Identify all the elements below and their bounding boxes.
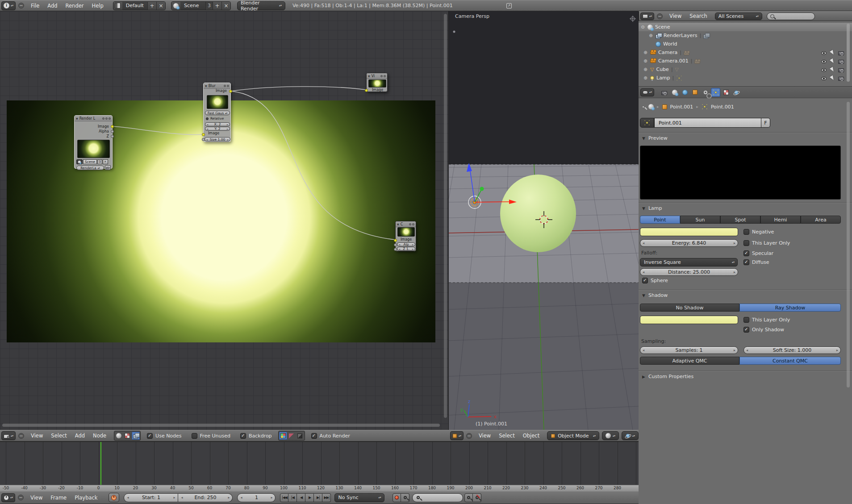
expand-icon[interactable]: ⊕ [643,75,648,80]
jump-to-start-button[interactable]: |◀◀ [280,493,288,502]
use-nodes-checkbox[interactable] [147,433,153,439]
outliner-tree[interactable]: ⊖ Scene ⊕ RenderLayers | World ⊕ Camera … [639,21,852,86]
screen-layout-name[interactable]: Default [122,3,147,8]
delete-scene-button[interactable]: × [221,1,230,10]
node-header[interactable]: ▼C [396,221,416,227]
tab-scene[interactable] [670,88,679,97]
menu-select[interactable]: Select [47,433,71,439]
current-frame-field[interactable]: ◂1▸ [237,493,276,502]
lamp-type-sun-button[interactable]: Sun [680,216,720,224]
socket-image-output[interactable] [111,125,114,128]
node-blur[interactable]: ▼Blur Image Fast Gaus▴▾ Relative ◂X: 2▸ … [203,83,231,142]
blur-x-field[interactable]: ◂X: 2▸ [205,122,230,126]
compositing-nodes-icon[interactable] [132,432,140,440]
visibility-eye-icon[interactable] [821,68,827,72]
scene-users-count[interactable]: 3 [205,1,213,10]
menu-select[interactable]: Select [495,433,518,439]
collapse-icon[interactable]: ▼ [397,223,399,226]
only-shadow-checkbox[interactable] [743,327,749,333]
expand-icon[interactable]: ⊕ [648,33,653,38]
panel-collapse-icon[interactable]: ▶ [642,375,645,379]
node-header[interactable]: ▼Render L [75,116,112,121]
viewport-shading-dropdown[interactable]: ▴▾ [602,431,619,440]
z-field[interactable]: ◂Z 1.▸ [397,247,415,251]
selectable-cursor-icon[interactable] [830,50,835,55]
backdrop-color-icon[interactable] [288,432,296,440]
menu-view[interactable]: View [26,495,46,501]
menu-node[interactable]: Node [89,433,110,439]
soft-size-slider[interactable]: ◂Soft Size: 1.000▸ [743,346,841,354]
menu-help[interactable]: Help [88,3,108,9]
keying-set-field[interactable] [412,493,463,502]
socket-image-input[interactable] [365,89,368,92]
auto-render-checkbox[interactable] [311,433,317,439]
preview-range-toggle[interactable] [109,493,119,502]
menu-view[interactable]: View [475,433,495,439]
menu-playback[interactable]: Playback [71,495,101,501]
renderable-camera-icon[interactable] [838,77,844,81]
collapse-menus-button[interactable]: − [18,3,24,8]
insert-keyframe-button[interactable] [464,493,473,502]
collapse-icon[interactable]: ▼ [76,117,78,120]
socket-image-input[interactable] [202,133,205,136]
collapse-icon[interactable]: ⊖ [640,25,645,29]
alpha-field[interactable]: ◂Alp▸ [397,242,415,246]
sync-dropdown[interactable]: No Sync▴▾ [334,493,384,502]
tab-object-data[interactable] [711,88,720,97]
selectable-cursor-icon[interactable] [830,58,835,64]
shadow-color-swatch[interactable] [640,316,738,324]
menu-file[interactable]: File [27,3,43,9]
socket-z-output[interactable] [111,135,114,138]
viewport-3d[interactable]: x y z Camera Persp (1) Point.001 [449,11,639,430]
node-header[interactable]: ▼Blur [204,83,230,89]
node-viewer[interactable]: ▼Vi Image [366,73,388,92]
backdrop-checkbox[interactable] [240,433,246,439]
backdrop-rgba-icon[interactable] [279,432,287,440]
panel-header-preview[interactable]: ▼Preview [642,135,668,141]
texture-nodes-icon[interactable] [123,432,131,440]
add-scene-button[interactable]: + [213,1,221,10]
menu-view[interactable]: View [665,13,685,19]
panel-collapse-icon[interactable]: ▼ [642,206,645,211]
panel-collapse-icon[interactable]: ▼ [642,136,645,141]
play-button[interactable]: ▶ [305,493,314,502]
samples-slider[interactable]: ◂Samples: 1▸ [640,346,738,354]
panel-header-custom-properties[interactable]: ▶Custom Properties [642,374,693,379]
scrollbar-vertical[interactable] [444,14,447,418]
node-composite[interactable]: ▼C Image ◂Alp▸ ◂Z 1.▸ [395,221,416,251]
collapse-icon[interactable]: ▼ [205,84,207,87]
editor-type-selector[interactable]: ▴▾ [640,88,654,96]
menu-render[interactable]: Render [62,3,88,9]
socket-image-input[interactable] [394,239,397,242]
socket-z-input[interactable] [394,248,397,251]
end-frame-field[interactable]: ◂End: 250▸ [178,493,233,502]
socket-size-input[interactable] [202,138,205,141]
delete-keyframe-button[interactable] [473,493,481,502]
collapse-menus-button[interactable]: − [657,13,663,19]
visibility-eye-icon[interactable] [821,77,827,80]
next-keyframe-button[interactable]: ▶| [314,493,322,502]
shadow-this-layer-only-checkbox[interactable] [743,317,749,323]
menu-search[interactable]: Search [685,13,711,19]
close-icon[interactable]: × [103,159,108,164]
lamp-type-spot-button[interactable]: Spot [720,216,760,224]
scrollbar-vertical[interactable] [847,24,850,82]
renderable-camera-icon[interactable] [838,68,844,72]
tab-physics[interactable] [731,88,741,97]
negative-checkbox[interactable] [743,229,749,235]
window-icon[interactable]: ↗ [506,3,512,8]
item-label[interactable]: Camera [658,50,677,55]
mode-dropdown[interactable]: Object Mode▴▾ [547,431,599,440]
menu-object[interactable]: Object [519,433,543,439]
node-editor[interactable]: ▼Render L Image Alpha Z Scene 3 × Render… [0,11,449,430]
outliner-item-world[interactable]: World [639,40,852,48]
timeline-tracks[interactable] [0,442,639,485]
sphere-object[interactable] [500,175,576,252]
timeline-ruler[interactable]: -50-40-30-20-100102030405060708090100110… [0,485,639,491]
adaptive-qmc-button[interactable]: Adaptive QMC [640,357,739,365]
node-header[interactable]: ▼Vi [367,73,387,79]
selectable-cursor-icon[interactable] [830,67,835,72]
lamp-type-area-button[interactable]: Area [801,216,841,224]
selectable-cursor-icon[interactable] [830,75,835,81]
distance-slider[interactable]: ◂Distance: 25.000▸ [640,268,738,276]
